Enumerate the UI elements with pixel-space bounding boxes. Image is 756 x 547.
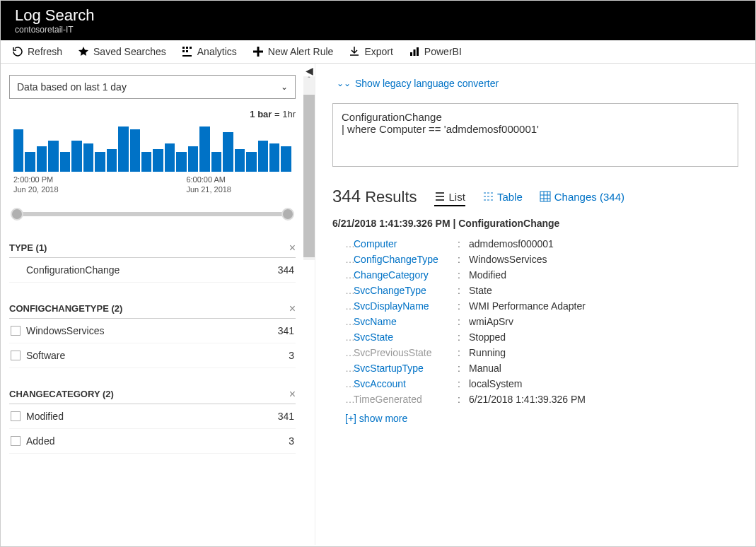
- field-row: …TimeGenerated:6/21/2018 1:41:39.326 PM: [332, 392, 738, 407]
- chart-bar[interactable]: [176, 152, 186, 172]
- time-range-dropdown[interactable]: Data based on last 1 day ⌄: [9, 75, 296, 99]
- saved-searches-button[interactable]: Saved Searches: [78, 46, 166, 57]
- chart-bar[interactable]: [95, 152, 105, 172]
- field-key[interactable]: ConfigChangeType: [348, 254, 458, 265]
- field-key[interactable]: SvcAccount: [348, 378, 458, 389]
- facet-config-close-icon[interactable]: ×: [289, 302, 296, 315]
- show-more-link[interactable]: [+] show more: [332, 413, 738, 424]
- field-key[interactable]: SvcName: [348, 316, 458, 327]
- facet-category-row-1[interactable]: Added 3: [9, 429, 296, 454]
- tab-table[interactable]: Table: [482, 191, 523, 205]
- field-key[interactable]: SvcState: [348, 331, 458, 343]
- star-icon: [78, 46, 89, 57]
- right-panel: ⌄⌄ Show legacy language converter Config…: [315, 64, 755, 545]
- scroll-thumb[interactable]: [303, 95, 315, 257]
- checkbox[interactable]: [11, 326, 21, 336]
- facet-type-close-icon[interactable]: ×: [289, 242, 296, 254]
- new-alert-button[interactable]: New Alert Rule: [252, 46, 334, 57]
- xaxis-date-0: Jun 20, 2018: [13, 184, 59, 194]
- legacy-converter-label: Show legacy language converter: [355, 78, 499, 89]
- facet-config-row-1[interactable]: Software 3: [9, 343, 296, 368]
- collapse-left-icon[interactable]: ◀: [306, 65, 313, 76]
- plus-icon: [252, 46, 264, 57]
- main-area: ◀ ˆ Data based on last 1 day ⌄ 1 bar = 1…: [1, 64, 755, 545]
- chart-bar[interactable]: [223, 132, 233, 172]
- field-key[interactable]: SvcStartupType: [348, 363, 458, 374]
- refresh-button[interactable]: Refresh: [12, 46, 62, 57]
- left-scrollbar[interactable]: ˆ: [303, 76, 315, 260]
- facet-type-row-0[interactable]: ConfigurationChange 344: [9, 258, 296, 283]
- chart-bar[interactable]: [71, 141, 81, 172]
- ellipsis-icon[interactable]: …: [332, 347, 348, 358]
- powerbi-button[interactable]: PowerBI: [409, 46, 462, 57]
- field-value: Stopped: [466, 331, 738, 343]
- results-count: 344 Results: [332, 187, 417, 206]
- chart-bar[interactable]: [199, 127, 209, 172]
- chart-bar[interactable]: [48, 141, 58, 172]
- export-label: Export: [364, 46, 392, 57]
- scroll-up-icon[interactable]: ˆ: [303, 76, 315, 84]
- checkbox[interactable]: [11, 411, 21, 421]
- facet-category-row-0[interactable]: Modified 341: [9, 404, 296, 429]
- chart-bar[interactable]: [141, 152, 151, 172]
- ellipsis-icon[interactable]: …: [332, 254, 348, 265]
- chart-bar[interactable]: [25, 152, 35, 172]
- slider-handle-right[interactable]: [281, 208, 294, 220]
- chart-bar[interactable]: [153, 149, 163, 172]
- chart-bar[interactable]: [281, 146, 291, 172]
- field-key[interactable]: SvcDisplayName: [348, 300, 458, 312]
- chart-bar[interactable]: [211, 152, 221, 172]
- svg-rect-3: [182, 50, 185, 52]
- chart-bar[interactable]: [258, 141, 268, 172]
- field-value: Running: [466, 347, 738, 358]
- field-key[interactable]: Computer: [348, 238, 458, 249]
- ellipsis-icon[interactable]: …: [332, 331, 348, 343]
- chart-bar[interactable]: [13, 129, 23, 172]
- query-input[interactable]: ConfigurationChange | where Computer == …: [332, 103, 738, 167]
- export-button[interactable]: Export: [349, 46, 392, 57]
- double-chevron-down-icon: ⌄⌄: [337, 78, 351, 88]
- chart-bar[interactable]: [130, 129, 140, 172]
- histogram-chart[interactable]: [9, 122, 296, 172]
- grid-icon: [540, 191, 551, 202]
- facet-category-count-0: 341: [278, 411, 294, 422]
- slider-handle-left[interactable]: [11, 208, 23, 220]
- ellipsis-icon[interactable]: …: [332, 363, 348, 374]
- facet-category-close-icon[interactable]: ×: [289, 388, 296, 401]
- chart-bar[interactable]: [235, 149, 245, 172]
- ellipsis-icon[interactable]: …: [332, 269, 348, 281]
- tab-list[interactable]: List: [434, 191, 465, 206]
- chart-bar[interactable]: [188, 146, 198, 172]
- chart-bar[interactable]: [165, 143, 175, 172]
- tab-changes[interactable]: Changes (344): [540, 191, 624, 205]
- field-key[interactable]: SvcPreviousState: [348, 347, 458, 358]
- chart-bar[interactable]: [107, 149, 117, 172]
- facet-config-row-0[interactable]: WindowsServices 341: [9, 319, 296, 343]
- ellipsis-icon[interactable]: …: [332, 285, 348, 296]
- analytics-button[interactable]: Analytics: [182, 46, 237, 57]
- field-row: …SvcStartupType:Manual: [332, 360, 738, 376]
- facet-config-label-0: WindowsServices: [26, 325, 104, 336]
- chart-bar[interactable]: [246, 152, 256, 172]
- chart-bar[interactable]: [118, 127, 128, 172]
- legacy-converter-link[interactable]: ⌄⌄ Show legacy language converter: [337, 78, 738, 89]
- ellipsis-icon[interactable]: …: [332, 300, 348, 312]
- chart-bar[interactable]: [60, 152, 70, 172]
- results-label: Results: [361, 188, 417, 206]
- field-key[interactable]: ChangeCategory: [348, 269, 458, 281]
- checkbox[interactable]: [11, 351, 21, 360]
- field-value: wmiApSrv: [466, 316, 738, 327]
- chart-bar[interactable]: [37, 146, 47, 172]
- chart-bar[interactable]: [269, 143, 279, 172]
- chart-bar[interactable]: [83, 143, 93, 172]
- svg-rect-8: [417, 47, 419, 56]
- field-key[interactable]: SvcChangeType: [348, 285, 458, 296]
- ellipsis-icon[interactable]: …: [332, 378, 348, 389]
- ellipsis-icon[interactable]: …: [332, 238, 348, 249]
- svg-rect-2: [190, 47, 192, 49]
- ellipsis-icon[interactable]: …: [332, 394, 348, 405]
- field-key[interactable]: TimeGenerated: [348, 394, 458, 405]
- checkbox[interactable]: [11, 436, 21, 446]
- ellipsis-icon[interactable]: …: [332, 316, 348, 327]
- time-slider[interactable]: [9, 205, 296, 222]
